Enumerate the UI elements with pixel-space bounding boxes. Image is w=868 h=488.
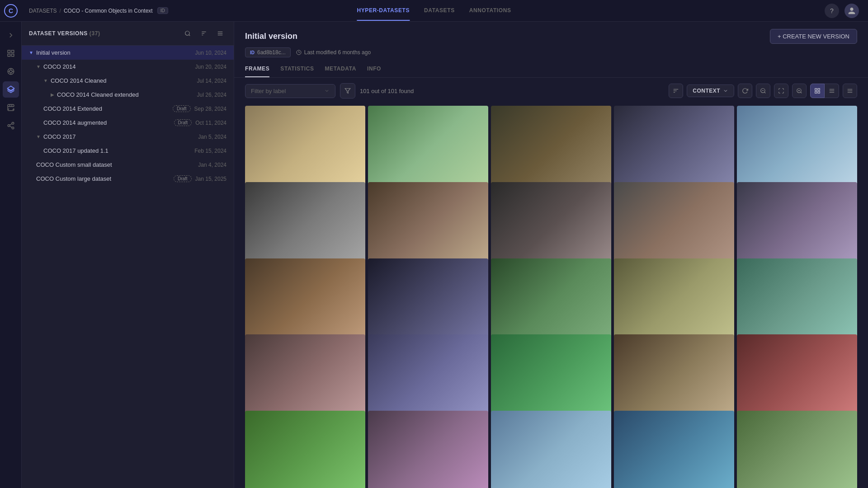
version-id-text: 6ad8b18c... <box>257 49 286 56</box>
grid-view-button[interactable] <box>810 84 825 98</box>
version-name: Initial version <box>36 49 71 56</box>
create-new-version-button[interactable]: + CREATE NEW VERSION <box>770 29 857 44</box>
versions-count: (37) <box>90 30 100 37</box>
list-view-button[interactable] <box>214 27 226 40</box>
version-date: Sep 28, 2024 <box>194 106 226 112</box>
version-date: Jan 4, 2024 <box>198 162 226 168</box>
svg-line-17 <box>9 124 12 125</box>
versions-list: ▼ Initial version Jun 10, 2024 ▼ COCO 20… <box>22 46 234 488</box>
tab-hyper-datasets[interactable]: HYPER-DATASETS <box>357 1 410 21</box>
nav-icons-right: ? <box>825 4 868 18</box>
svg-rect-40 <box>815 91 817 93</box>
draft-badge: Draft <box>173 105 191 112</box>
image-tile[interactable] <box>737 411 857 488</box>
sidebar-icon-layers[interactable] <box>3 81 19 98</box>
version-date: Oct 11, 2024 <box>195 120 226 126</box>
image-tile[interactable] <box>368 411 488 488</box>
breadcrumb-root[interactable]: DATASETS <box>29 8 57 14</box>
svg-line-16 <box>9 126 12 127</box>
images-grid <box>234 104 868 488</box>
version-name: COCO 2014 <box>43 63 76 70</box>
logo-area[interactable]: C <box>0 0 22 22</box>
breadcrumb-sep: / <box>60 8 61 14</box>
sort-versions-button[interactable] <box>198 27 210 40</box>
filter-icon <box>344 88 351 94</box>
version-item-coco2017[interactable]: ▼ COCO 2017 Jan 5, 2024 <box>22 130 234 144</box>
version-name: COCO 2017 <box>43 133 76 140</box>
svg-line-35 <box>801 92 802 94</box>
version-name: COCO 2014 Cleaned <box>51 77 107 84</box>
svg-rect-4 <box>8 54 10 56</box>
version-name: COCO 2017 updated 1.1 <box>43 147 108 154</box>
breadcrumb: DATASETS / COCO - Common Objects in Cont… <box>22 7 175 14</box>
tab-statistics[interactable]: STATISTICS <box>280 61 314 77</box>
refresh-button[interactable] <box>738 84 752 98</box>
svg-rect-39 <box>818 89 820 90</box>
sidebar-icon-grid[interactable] <box>3 45 19 61</box>
version-date: Jun 20, 2024 <box>195 64 226 70</box>
version-item-coco2014-cleaned[interactable]: ▼ COCO 2014 Cleaned Jul 14, 2024 <box>22 74 234 88</box>
more-icon <box>847 88 853 94</box>
results-count: 101 out of 101 found <box>360 88 664 94</box>
sidebar-icon-arrow[interactable] <box>3 27 19 43</box>
version-date: Feb 15, 2024 <box>194 148 226 154</box>
user-avatar[interactable] <box>844 4 859 18</box>
filter-button[interactable] <box>340 83 355 99</box>
version-name: COCO Custom large dataset <box>36 175 111 182</box>
toolbar-right: CONTEXT <box>669 84 857 98</box>
more-options-button[interactable] <box>843 84 857 98</box>
sort-icon <box>673 88 679 94</box>
version-item-coco2014-cleaned-ext[interactable]: ▶ COCO 2014 Cleaned extended Jul 26, 202… <box>22 88 234 102</box>
svg-rect-41 <box>818 91 820 93</box>
fit-button[interactable] <box>774 84 788 98</box>
list-view-button[interactable] <box>825 84 839 98</box>
image-tile[interactable] <box>614 411 734 488</box>
svg-rect-5 <box>11 54 14 56</box>
fit-icon <box>778 88 784 94</box>
sort-button[interactable] <box>669 84 683 98</box>
breadcrumb-current: COCO - Common Objects in Context <box>64 8 153 14</box>
filter-dropdown[interactable]: Filter by label <box>245 84 335 98</box>
main-layout: DATASET VERSIONS (37) ▼ Initial version <box>0 22 868 488</box>
svg-point-14 <box>8 125 10 127</box>
version-item-custom-large[interactable]: COCO Custom large dataset Draft Jan 15, … <box>22 172 234 186</box>
image-tile[interactable] <box>245 411 365 488</box>
version-id-badge[interactable]: ID 6ad8b18c... <box>245 47 291 57</box>
version-item-coco2014-aug[interactable]: COCO 2014 augmented Draft Oct 11, 2024 <box>22 116 234 130</box>
sub-tabs: FRAMES STATISTICS METADATA INFO <box>234 61 868 78</box>
filter-label: Filter by label <box>251 88 321 94</box>
svg-point-7 <box>9 70 12 73</box>
version-name: COCO 2014 augmented <box>43 119 107 126</box>
page-title: Initial version <box>245 32 297 41</box>
sidebar-icon-target[interactable] <box>3 63 19 80</box>
sidebar-icon-share[interactable] <box>3 117 19 134</box>
context-label: CONTEXT <box>693 88 720 94</box>
tab-frames[interactable]: FRAMES <box>245 61 269 77</box>
svg-marker-27 <box>345 89 350 94</box>
grid-view-icon <box>814 88 821 94</box>
version-item-initial[interactable]: ▼ Initial version Jun 10, 2024 <box>22 46 234 60</box>
version-date: Jul 26, 2024 <box>197 92 226 98</box>
modified-text: Last modified 6 months ago <box>304 49 371 56</box>
tab-info[interactable]: INFO <box>367 61 381 77</box>
tab-datasets[interactable]: DATASETS <box>424 1 455 21</box>
zoom-out-button[interactable] <box>756 84 770 98</box>
version-item-custom-small[interactable]: COCO Custom small dataset Jan 4, 2024 <box>22 158 234 172</box>
context-button[interactable]: CONTEXT <box>687 84 734 97</box>
tab-metadata[interactable]: METADATA <box>325 61 356 77</box>
clock-icon <box>296 50 302 55</box>
version-item-coco2014-ext[interactable]: COCO 2014 Extended Draft Sep 28, 2024 <box>22 102 234 116</box>
versions-header-icons <box>181 27 226 40</box>
zoom-out-icon <box>760 88 766 94</box>
chevron-down-icon <box>723 88 728 94</box>
version-name: COCO 2014 Cleaned extended <box>57 91 139 98</box>
sidebar-icon-puzzle[interactable] <box>3 99 19 116</box>
image-tile[interactable] <box>491 411 611 488</box>
tab-annotations[interactable]: ANNOTATIONS <box>469 1 511 21</box>
search-versions-button[interactable] <box>181 27 194 40</box>
version-item-coco2017-updated[interactable]: COCO 2017 updated 1.1 Feb 15, 2024 <box>22 144 234 158</box>
help-button[interactable]: ? <box>825 4 839 18</box>
list-view-icon <box>829 88 835 94</box>
version-item-coco2014[interactable]: ▼ COCO 2014 Jun 20, 2024 <box>22 60 234 74</box>
zoom-in-button[interactable] <box>792 84 807 98</box>
